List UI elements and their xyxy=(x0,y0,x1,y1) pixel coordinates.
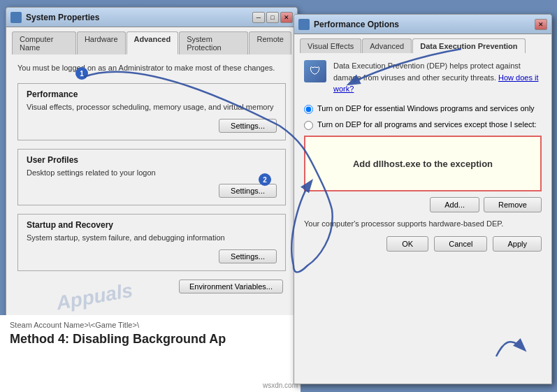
perf-tab-visual-effects[interactable]: Visual Effects xyxy=(300,38,361,53)
performance-desc: Visual effects, processor scheduling, me… xyxy=(27,102,277,112)
tab-hardware[interactable]: Hardware xyxy=(77,31,126,55)
sys-props-icon xyxy=(10,12,22,23)
tab-computer-name[interactable]: Computer Name xyxy=(12,31,76,55)
dep-radio-option-1: Turn on DEP for essential Windows progra… xyxy=(304,103,542,114)
startup-recovery-desc: System startup, system failure, and debu… xyxy=(27,233,277,243)
user-profiles-section: User Profiles Desktop settings related t… xyxy=(17,149,286,205)
article-heading: Method 4: Disabling Background Ap xyxy=(10,332,291,347)
perf-ok-button[interactable]: OK xyxy=(386,236,428,252)
perf-window-controls: ✕ xyxy=(535,19,547,30)
system-properties-window: System Properties ─ □ ✕ Computer Name Ha… xyxy=(6,7,298,342)
startup-recovery-title: Startup and Recovery xyxy=(27,220,277,230)
close-button[interactable]: ✕ xyxy=(280,12,293,23)
perf-content: 🛡 Data Execution Prevention (DEP) helps … xyxy=(294,53,551,259)
tab-remote[interactable]: Remote xyxy=(249,31,291,55)
perf-tabs: Visual Effects Advanced Data Execution P… xyxy=(294,34,551,53)
admin-notice: You must be logged on as an Administrato… xyxy=(17,63,286,73)
dep-radio-1-label: Turn on DEP for essential Windows progra… xyxy=(317,103,535,114)
step-badge-1: 1 xyxy=(75,67,88,80)
perf-title: Performance Options xyxy=(314,20,399,29)
site-tag: wsxdn.com xyxy=(263,382,298,389)
tab-system-protection[interactable]: System Protection xyxy=(179,31,248,55)
dep-remove-button[interactable]: Remove xyxy=(484,197,542,212)
add-remove-row: Add... Remove xyxy=(304,197,542,212)
window-controls: ─ □ ✕ xyxy=(252,12,293,23)
article-section: Steam Account Name>\<Game Title>\ Method… xyxy=(0,315,301,392)
perf-tab-advanced[interactable]: Advanced xyxy=(362,38,412,53)
performance-section: Performance Visual effects, processor sc… xyxy=(17,83,286,140)
sys-props-content: You must be logged on as an Administrato… xyxy=(6,55,297,302)
performance-options-window: Performance Options ✕ Visual Effects Adv… xyxy=(294,14,552,384)
perf-apply-button[interactable]: Apply xyxy=(493,236,542,252)
dep-radio-2-label: Turn on DEP for all programs and service… xyxy=(317,119,537,130)
sys-props-title: System Properties xyxy=(26,13,99,22)
perf-cancel-button[interactable]: Cancel xyxy=(434,236,487,252)
maximize-button[interactable]: □ xyxy=(266,12,279,23)
dep-icon: 🛡 xyxy=(304,60,326,82)
user-profiles-title: User Profiles xyxy=(27,155,277,165)
startup-recovery-settings-button[interactable]: Settings... xyxy=(219,249,277,263)
sys-props-titlebar: System Properties ─ □ ✕ xyxy=(6,8,297,27)
tab-advanced[interactable]: Advanced xyxy=(126,31,179,55)
dep-radio-option-2: Turn on DEP for all programs and service… xyxy=(304,119,542,130)
user-profiles-settings-button[interactable]: Settings... xyxy=(219,184,277,198)
sys-props-tabs: Computer Name Hardware Advanced System P… xyxy=(6,27,297,55)
dep-radio-2[interactable] xyxy=(304,121,313,130)
env-vars-row: Environment Variables... xyxy=(17,280,286,293)
dep-desc-text: Data Execution Prevention (DEP) helps pr… xyxy=(333,61,521,82)
dep-exception-text: Add dllhost.exe to the exception xyxy=(353,159,493,169)
performance-settings-button[interactable]: Settings... xyxy=(219,119,277,133)
dep-bottom-text: Your computer's processor supports hardw… xyxy=(304,219,542,228)
perf-icon xyxy=(298,19,310,30)
article-path-small: Steam Account Name>\<Game Title>\ xyxy=(10,321,291,329)
dep-radio-1[interactable] xyxy=(304,105,313,114)
perf-bottom-buttons: OK Cancel Apply xyxy=(304,236,542,252)
startup-recovery-section: Startup and Recovery System startup, sys… xyxy=(17,214,286,270)
dep-add-button[interactable]: Add... xyxy=(430,197,479,212)
step-badge-2: 2 xyxy=(259,173,271,186)
perf-tab-dep[interactable]: Data Execution Prevention xyxy=(412,38,525,53)
performance-title: Performance xyxy=(27,89,277,99)
user-profiles-desc: Desktop settings related to your logon xyxy=(27,168,277,178)
dep-exception-box: Add dllhost.exe to the exception xyxy=(304,136,542,191)
perf-titlebar: Performance Options ✕ xyxy=(294,15,551,34)
env-vars-button[interactable]: Environment Variables... xyxy=(179,280,283,293)
dep-description-row: 🛡 Data Execution Prevention (DEP) helps … xyxy=(304,60,542,95)
perf-close-button[interactable]: ✕ xyxy=(535,19,547,30)
minimize-button[interactable]: ─ xyxy=(252,12,265,23)
